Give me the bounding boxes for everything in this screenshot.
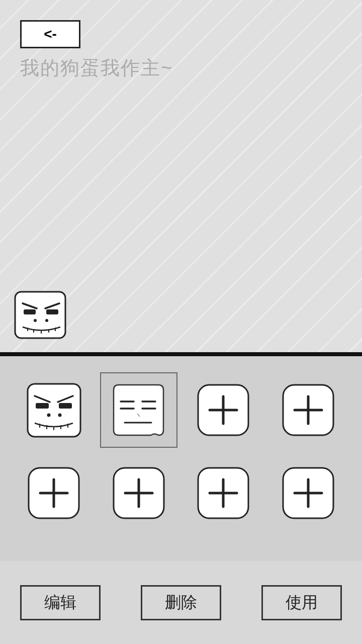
svg-rect-0 <box>15 292 65 338</box>
edit-button[interactable]: 编辑 <box>20 585 101 620</box>
divider <box>0 352 362 356</box>
subtitle-value: 我的狗蛋我作主~ <box>20 57 173 78</box>
sticker-add-3[interactable] <box>185 372 262 448</box>
svg-point-18 <box>58 414 61 417</box>
bottom-bar: 编辑 删除 使用 <box>0 561 362 644</box>
svg-point-5 <box>34 319 37 322</box>
back-button[interactable]: <- <box>20 20 80 48</box>
subtitle-text: 我的狗蛋我作主~ <box>20 55 173 81</box>
svg-rect-16 <box>59 403 72 409</box>
sticker-add-4[interactable] <box>269 372 347 448</box>
svg-rect-4 <box>46 309 58 314</box>
edit-label: 编辑 <box>44 592 76 614</box>
sticker-grid <box>0 367 362 536</box>
sticker-poker-selected[interactable] <box>100 372 177 448</box>
sticker-add-7[interactable] <box>185 455 262 531</box>
delete-button[interactable]: 删除 <box>141 585 221 620</box>
sticker-troll[interactable] <box>15 372 93 448</box>
delete-label: 删除 <box>165 592 197 614</box>
sticker-add-5[interactable] <box>15 455 93 531</box>
use-label: 使用 <box>286 592 318 614</box>
sticker-add-6[interactable] <box>100 455 177 531</box>
use-button[interactable]: 使用 <box>261 585 342 620</box>
sticker-add-8[interactable] <box>269 455 347 531</box>
svg-point-17 <box>47 414 50 417</box>
svg-point-6 <box>45 319 48 322</box>
selected-sticker <box>13 289 70 342</box>
back-label: <- <box>44 26 57 42</box>
svg-rect-3 <box>24 309 36 314</box>
svg-rect-15 <box>36 403 49 409</box>
